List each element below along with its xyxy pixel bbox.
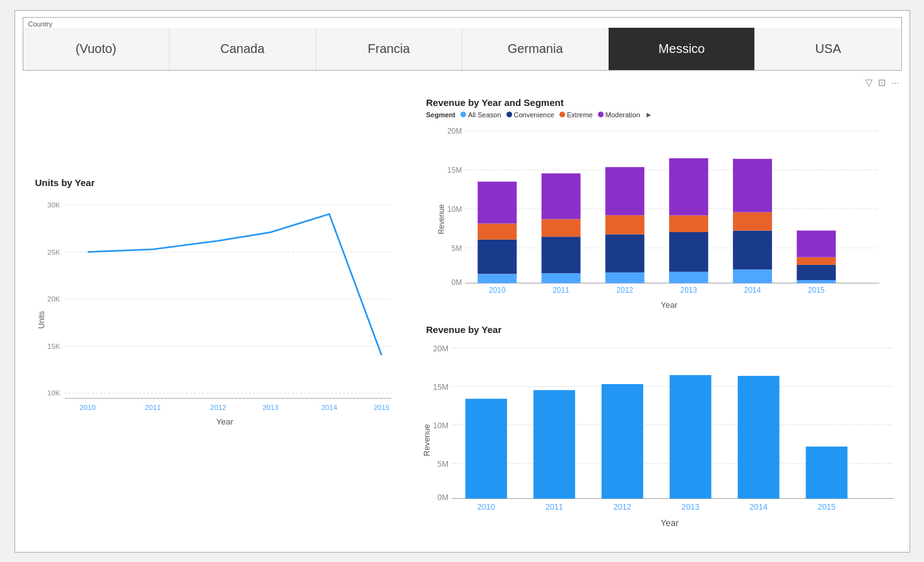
country-tab-germania[interactable]: Germania xyxy=(462,28,609,70)
dashboard-frame: Country (Vuoto)CanadaFranciaGermaniaMess… xyxy=(15,10,910,553)
bar-2012-moderation xyxy=(605,167,644,214)
svg-text:2010: 2010 xyxy=(477,503,494,512)
bar-2013-moderation xyxy=(669,158,708,215)
country-tab-usa[interactable]: USA xyxy=(755,28,901,70)
svg-text:0M: 0M xyxy=(437,493,448,502)
extreme-dot xyxy=(559,112,565,117)
svg-text:2012: 2012 xyxy=(210,404,226,411)
svg-text:15M: 15M xyxy=(447,165,462,174)
legend-convenience: Convenience xyxy=(506,111,554,119)
more-icon[interactable]: ··· xyxy=(891,77,899,88)
svg-text:Revenue: Revenue xyxy=(422,424,431,456)
convenience-dot xyxy=(506,112,512,117)
bar-2014-extreme xyxy=(733,212,772,230)
bar-2012-extreme xyxy=(605,215,644,234)
bar-2010-moderation xyxy=(477,181,517,223)
left-panel: Units by Year 30K 25K 20K 15K 10K Units xyxy=(23,76,414,544)
filter-icon[interactable]: ▽ xyxy=(865,77,873,88)
bar-2015-extreme xyxy=(797,257,836,264)
bar-2011-allseason xyxy=(541,273,580,283)
svg-text:10M: 10M xyxy=(447,204,462,213)
revenue-segment-chart: Revenue by Year and Segment Segment All … xyxy=(421,95,902,317)
svg-text:2013: 2013 xyxy=(681,503,699,512)
bar-2011-extreme xyxy=(541,219,580,237)
bar-2015-allseason xyxy=(797,280,836,283)
svg-text:2015: 2015 xyxy=(373,404,389,411)
country-tab-vuoto[interactable]: (Vuoto) xyxy=(23,28,170,70)
bar-2012 xyxy=(601,384,643,498)
allseason-dot xyxy=(460,112,466,117)
allseason-label: All Season xyxy=(468,111,501,119)
revenue-year-svg-wrap: 20M 15M 10M 5M 0M Revenue xyxy=(421,336,902,544)
svg-text:2015: 2015 xyxy=(807,286,824,295)
revenue-segment-svg-wrap: 20M 15M 10M 5M 0M Revenue xyxy=(421,122,902,317)
bar-2012-allseason xyxy=(605,272,644,283)
svg-text:2010: 2010 xyxy=(489,286,506,295)
svg-text:5M: 5M xyxy=(451,243,462,252)
svg-text:20K: 20K xyxy=(47,295,61,303)
bar-2015 xyxy=(805,447,847,498)
legend-arrow[interactable]: ► xyxy=(645,110,653,119)
svg-text:2013: 2013 xyxy=(262,404,278,411)
svg-text:2014: 2014 xyxy=(744,286,761,295)
moderation-dot xyxy=(598,112,604,117)
svg-text:2012: 2012 xyxy=(613,503,631,512)
chart-legend: Segment All Season Convenience Extreme xyxy=(421,109,902,122)
svg-text:Revenue: Revenue xyxy=(436,204,445,234)
revenue-segment-title: Revenue by Year and Segment xyxy=(421,95,902,109)
units-chart-title: Units by Year xyxy=(35,177,401,188)
units-by-year-chart: Units by Year 30K 25K 20K 15K 10K Units xyxy=(35,177,401,442)
country-slicer-label: Country xyxy=(23,18,901,28)
country-tab-canada[interactable]: Canada xyxy=(170,28,316,70)
svg-text:30K: 30K xyxy=(47,201,61,209)
svg-text:5M: 5M xyxy=(437,460,448,469)
bar-2014-convenience xyxy=(733,230,772,269)
country-tab-messico[interactable]: Messico xyxy=(609,28,755,70)
expand-icon[interactable]: ⊡ xyxy=(878,77,886,88)
country-tab-francia[interactable]: Francia xyxy=(316,28,462,70)
legend-label: Segment xyxy=(426,111,455,119)
svg-text:Units: Units xyxy=(37,311,46,329)
bar-2015-convenience xyxy=(797,264,836,279)
svg-text:2012: 2012 xyxy=(616,286,633,295)
svg-text:2011: 2011 xyxy=(144,404,160,411)
bar-2011-moderation xyxy=(541,173,580,218)
bar-2010-extreme xyxy=(477,223,517,239)
svg-text:2010: 2010 xyxy=(79,404,95,411)
bar-2015-moderation xyxy=(797,230,836,257)
units-chart-svg: 30K 25K 20K 15K 10K Units xyxy=(35,189,401,444)
svg-text:2014: 2014 xyxy=(749,503,767,512)
revenue-year-chart: Revenue by Year 20M 15M 10M 5M 0M Revenu… xyxy=(421,322,902,544)
svg-text:Year: Year xyxy=(660,300,677,310)
svg-text:20M: 20M xyxy=(447,127,462,136)
svg-text:10K: 10K xyxy=(47,389,61,397)
bar-2010-convenience xyxy=(477,239,517,274)
bar-2013-allseason xyxy=(669,271,708,283)
svg-text:2014: 2014 xyxy=(321,404,337,411)
moderation-label: Moderation xyxy=(605,111,640,119)
svg-text:Year: Year xyxy=(660,518,679,528)
convenience-label: Convenience xyxy=(514,111,554,119)
svg-text:2011: 2011 xyxy=(545,503,563,512)
bar-2014-moderation xyxy=(733,158,772,212)
revenue-year-svg: 20M 15M 10M 5M 0M Revenue xyxy=(421,336,902,544)
legend-moderation: Moderation xyxy=(598,111,640,119)
revenue-year-title: Revenue by Year xyxy=(421,322,902,336)
main-content: Units by Year 30K 25K 20K 15K 10K Units xyxy=(15,71,909,552)
bar-2011-convenience xyxy=(541,237,580,273)
country-slicer: Country (Vuoto)CanadaFranciaGermaniaMess… xyxy=(23,17,902,71)
svg-text:2011: 2011 xyxy=(553,286,570,295)
bar-2011 xyxy=(533,390,575,499)
bar-2013-convenience xyxy=(669,231,708,271)
svg-text:2015: 2015 xyxy=(817,503,835,512)
svg-text:Year: Year xyxy=(216,417,233,426)
svg-text:25K: 25K xyxy=(47,249,61,256)
bar-2013 xyxy=(669,375,711,499)
svg-text:15K: 15K xyxy=(47,342,61,350)
bar-2010-allseason xyxy=(477,274,517,283)
legend-allseason: All Season xyxy=(460,111,501,119)
svg-text:15M: 15M xyxy=(433,383,448,392)
bar-2010 xyxy=(465,399,506,498)
svg-text:20M: 20M xyxy=(433,344,448,353)
extreme-label: Extreme xyxy=(567,111,593,119)
